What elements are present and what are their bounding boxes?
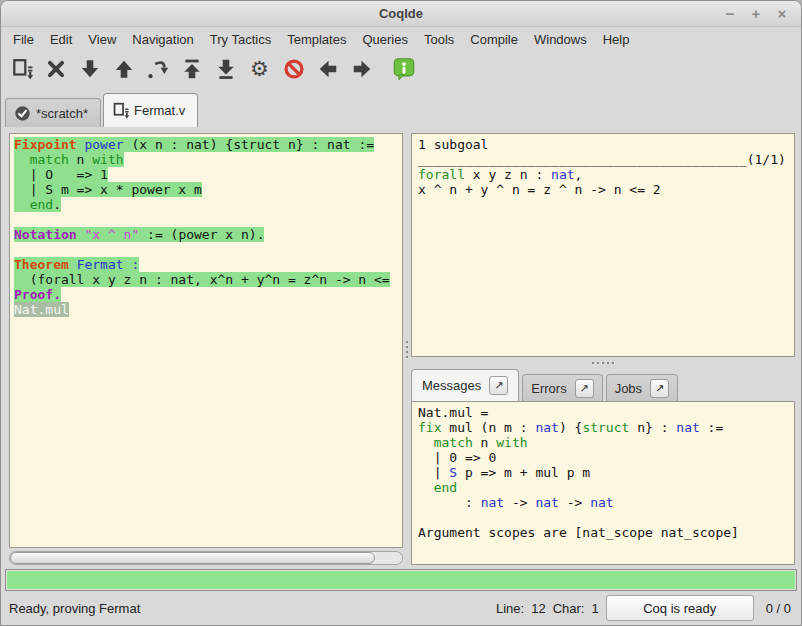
minimize-button[interactable]: −: [721, 5, 739, 23]
goal-messages-splitter[interactable]: [411, 357, 795, 369]
vertical-splitter[interactable]: [403, 133, 411, 565]
message-tab-bar: Messages ↗ Errors ↗ Jobs ↗: [411, 369, 795, 401]
menu-item-view[interactable]: View: [80, 30, 124, 49]
toolbar: ⚙: [1, 51, 801, 87]
step-backward-button[interactable]: [111, 56, 136, 82]
next-button[interactable]: [349, 56, 374, 82]
tab-label: *scratch*: [36, 106, 88, 121]
menu-item-help[interactable]: Help: [595, 30, 638, 49]
about-button[interactable]: [391, 56, 416, 82]
check-circle-icon: [14, 105, 31, 122]
document-save-icon: [112, 102, 129, 119]
save-icon: [11, 58, 33, 80]
window-title: CoqIde: [1, 6, 801, 21]
coqide-window: CoqIde − + × FileEditViewNavigationTry T…: [0, 0, 802, 626]
status-bar: Ready, proving Fermat Line: 12 Char: 1 C…: [1, 591, 801, 625]
arrow-to-bottom-icon: [215, 58, 237, 80]
menu-item-tools[interactable]: Tools: [416, 30, 462, 49]
restart-button[interactable]: [179, 56, 204, 82]
close-file-button[interactable]: [43, 56, 68, 82]
tab-errors[interactable]: Errors ↗: [522, 374, 602, 401]
scrollbar-thumb[interactable]: [10, 552, 375, 564]
arrow-right-icon: [351, 58, 373, 80]
menu-item-try-tactics[interactable]: Try Tactics: [202, 30, 279, 49]
pending-counter: 0 / 0: [766, 601, 791, 616]
menu-item-templates[interactable]: Templates: [279, 30, 354, 49]
menu-bar: FileEditViewNavigationTry TacticsTemplat…: [1, 27, 801, 51]
arrow-to-top-icon: [181, 58, 203, 80]
detach-errors-button[interactable]: ↗: [575, 379, 594, 398]
fully-check-button[interactable]: ⚙: [247, 56, 272, 82]
line-value: 12: [531, 601, 545, 616]
goto-cursor-icon: [147, 58, 169, 80]
horizontal-scrollbar[interactable]: [9, 551, 403, 565]
progress-bar: [5, 569, 797, 591]
coq-state-button: Coq is ready: [606, 595, 754, 621]
tab-label: Jobs: [615, 381, 642, 396]
detach-icon: ↗: [580, 382, 589, 395]
tab-label: Errors: [531, 381, 566, 396]
code-editor[interactable]: Fixpoint power (x n : nat) {struct n} : …: [9, 133, 403, 548]
tab-label: Messages: [422, 378, 481, 393]
proof-column: 1 subgoal_______________________________…: [411, 133, 795, 565]
menu-item-file[interactable]: File: [5, 30, 42, 49]
menu-item-edit[interactable]: Edit: [42, 30, 80, 49]
goal-panel: 1 subgoal_______________________________…: [411, 133, 795, 357]
interrupt-button[interactable]: [281, 56, 306, 82]
line-label: Line:: [496, 601, 524, 616]
detach-jobs-button[interactable]: ↗: [650, 379, 669, 398]
tab-scratch[interactable]: *scratch*: [5, 98, 101, 127]
tab-messages[interactable]: Messages ↗: [411, 369, 519, 401]
arrow-left-icon: [317, 58, 339, 80]
save-button[interactable]: [9, 56, 34, 82]
previous-button[interactable]: [315, 56, 340, 82]
status-text: Ready, proving Fermat: [9, 601, 140, 616]
go-to-cursor-button[interactable]: [145, 56, 170, 82]
progress-fill: [7, 571, 795, 589]
info-icon: [392, 57, 416, 81]
arrow-down-icon: [79, 58, 101, 80]
document-tab-bar: *scratch* Fermat.v: [1, 87, 801, 127]
menu-item-queries[interactable]: Queries: [354, 30, 416, 49]
menu-item-windows[interactable]: Windows: [526, 30, 595, 49]
menu-item-navigation[interactable]: Navigation: [124, 30, 201, 49]
tab-label: Fermat.v: [134, 103, 185, 118]
interrupt-icon: [283, 58, 305, 80]
status-right: Line: 12 Char: 1 Coq is ready 0 / 0: [496, 595, 791, 621]
detach-icon: ↗: [655, 382, 664, 395]
arrow-up-icon: [113, 58, 135, 80]
go-to-end-button[interactable]: [213, 56, 238, 82]
char-label: Char:: [553, 601, 585, 616]
close-button[interactable]: ×: [773, 5, 791, 23]
detach-icon: ↗: [494, 379, 503, 392]
messages-panel: Nat.mul =fix mul (n m : nat) {struct n} …: [411, 401, 795, 565]
maximize-button[interactable]: +: [747, 5, 765, 23]
title-bar: CoqIde − + ×: [1, 1, 801, 27]
step-forward-button[interactable]: [77, 56, 102, 82]
gear-icon: ⚙: [250, 59, 269, 80]
main-area: Fixpoint power (x n : nat) {struct n} : …: [1, 127, 801, 569]
window-controls: − + ×: [721, 5, 801, 23]
script-pane: Fixpoint power (x n : nat) {struct n} : …: [9, 133, 403, 565]
tab-jobs[interactable]: Jobs ↗: [606, 374, 678, 401]
menu-item-compile[interactable]: Compile: [462, 30, 526, 49]
close-icon: [45, 58, 67, 80]
tab-fermat[interactable]: Fermat.v: [103, 93, 198, 127]
char-value: 1: [591, 601, 598, 616]
detach-messages-button[interactable]: ↗: [489, 376, 508, 395]
